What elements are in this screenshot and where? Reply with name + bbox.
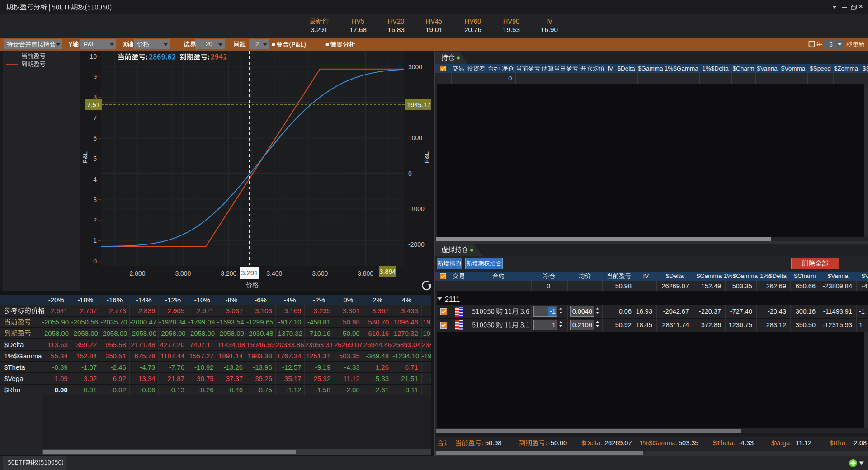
svg-text:9: 9 (93, 73, 97, 80)
svg-text:3.894: 3.894 (379, 268, 396, 275)
svg-text:P&L: P&L (423, 151, 430, 163)
svg-text:3.600: 3.600 (312, 270, 328, 277)
svg-text:1000: 1000 (408, 134, 422, 141)
svg-text:5: 5 (93, 155, 97, 162)
svg-text:3000: 3000 (408, 63, 422, 70)
svg-text:2: 2 (93, 216, 97, 224)
svg-text:-1000: -1000 (408, 205, 425, 212)
svg-text:3.400: 3.400 (266, 270, 282, 277)
svg-text:7.51: 7.51 (87, 101, 99, 108)
svg-text:0: 0 (408, 170, 412, 177)
svg-text:2.800: 2.800 (129, 270, 145, 277)
svg-text:4: 4 (93, 176, 97, 183)
svg-text:6: 6 (93, 135, 97, 142)
svg-text:1945.17: 1945.17 (407, 101, 430, 108)
svg-text:1: 1 (93, 237, 97, 244)
svg-text:3.800: 3.800 (358, 270, 373, 277)
svg-text:0: 0 (93, 258, 97, 265)
svg-text:3: 3 (93, 196, 97, 203)
svg-text:3.291: 3.291 (241, 269, 258, 277)
svg-text:3.200: 3.200 (221, 270, 236, 277)
svg-text:-2000: -2000 (408, 241, 425, 248)
svg-text:7: 7 (93, 114, 97, 122)
svg-text:10: 10 (90, 53, 97, 60)
svg-text:3.000: 3.000 (175, 270, 191, 277)
svg-text:P&L: P&L (82, 151, 89, 163)
